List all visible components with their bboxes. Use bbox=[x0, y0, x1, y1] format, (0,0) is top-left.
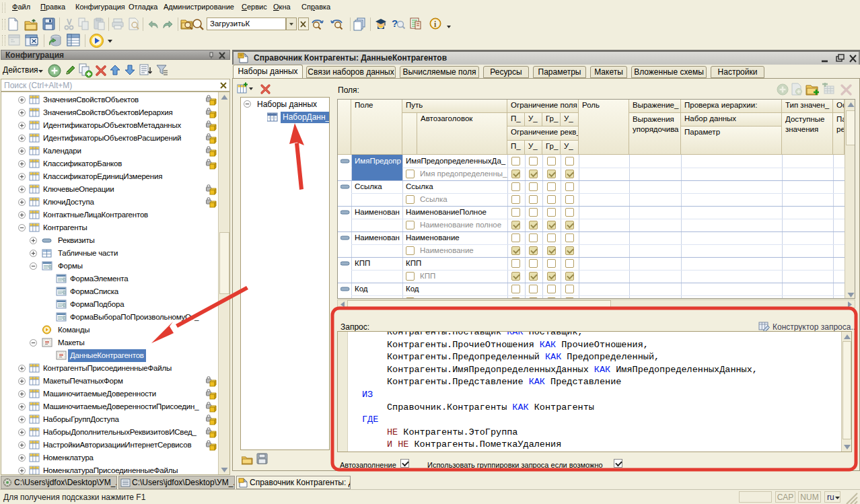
svg-text:?: ? bbox=[392, 17, 398, 29]
